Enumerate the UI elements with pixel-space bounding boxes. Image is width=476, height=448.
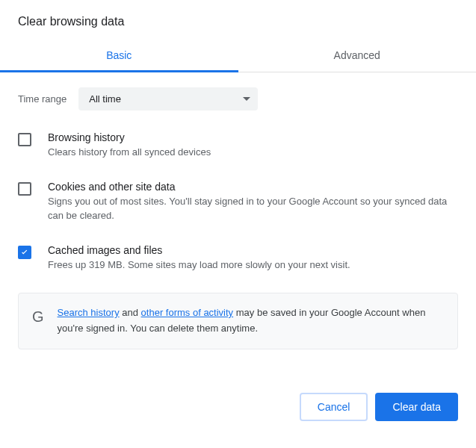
google-logo-icon: G [32, 308, 44, 326]
option-desc: Signs you out of most sites. You'll stay… [48, 194, 458, 223]
clear-browsing-data-dialog: Clear browsing data Basic Advanced Time … [0, 0, 476, 435]
clear-data-button[interactable]: Clear data [375, 393, 458, 421]
option-browsing-history: Browsing history Clears history from all… [18, 131, 458, 160]
tab-basic[interactable]: Basic [0, 40, 238, 72]
option-desc: Clears history from all synced devices [48, 145, 458, 160]
cancel-button[interactable]: Cancel [300, 393, 368, 421]
time-range-select[interactable]: All time [78, 87, 258, 111]
time-range-value: All time [89, 93, 121, 105]
option-title: Cached images and files [48, 244, 458, 256]
option-text: Browsing history Clears history from all… [48, 131, 458, 160]
search-history-link[interactable]: Search history [58, 307, 120, 318]
checkbox-cache[interactable] [18, 246, 31, 259]
option-desc: Frees up 319 MB. Some sites may load mor… [48, 258, 458, 273]
other-activity-link[interactable]: other forms of activity [141, 307, 234, 318]
checkbox-browsing-history[interactable] [18, 133, 31, 146]
option-cache: Cached images and files Frees up 319 MB.… [18, 244, 458, 273]
checkbox-cookies[interactable] [18, 182, 31, 196]
option-cookies: Cookies and other site data Signs you ou… [18, 181, 458, 223]
dialog-actions: Cancel Clear data [0, 379, 476, 435]
tabs: Basic Advanced [0, 40, 476, 72]
dialog-content: Time range All time Browsing history Cle… [0, 72, 476, 364]
time-range-label: Time range [18, 93, 67, 105]
check-icon [19, 247, 30, 258]
option-text: Cookies and other site data Signs you ou… [48, 181, 458, 223]
info-text: Search history and other forms of activi… [58, 305, 444, 337]
tab-advanced[interactable]: Advanced [238, 40, 477, 72]
dialog-title: Clear browsing data [0, 0, 476, 40]
option-title: Browsing history [48, 131, 458, 143]
time-range-row: Time range All time [18, 87, 458, 111]
option-title: Cookies and other site data [48, 181, 458, 193]
info-box: G Search history and other forms of acti… [18, 293, 458, 349]
option-text: Cached images and files Frees up 319 MB.… [48, 244, 458, 273]
chevron-down-icon [243, 97, 250, 101]
